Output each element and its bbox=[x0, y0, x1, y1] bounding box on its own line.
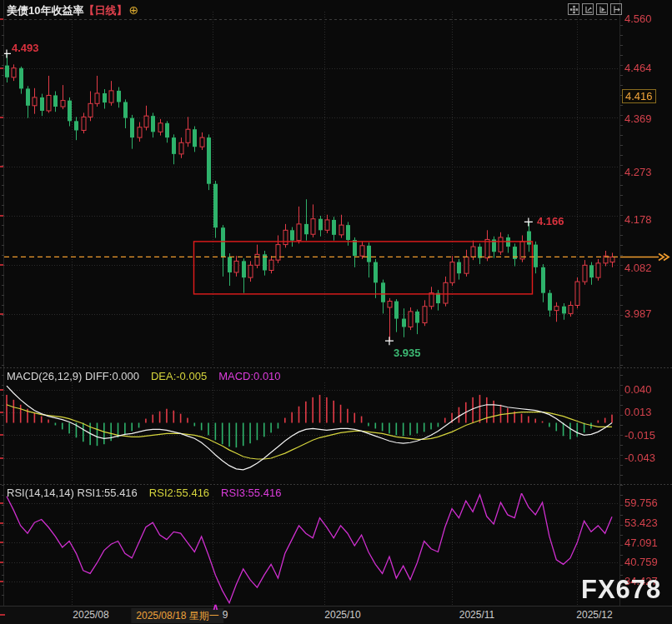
price-axis-label: 4.369 bbox=[624, 113, 652, 125]
date-label: 2025/11 bbox=[459, 607, 495, 624]
pan-tool-button[interactable] bbox=[568, 3, 579, 15]
pan-icon bbox=[569, 5, 579, 14]
price-axis-label: 4.082 bbox=[624, 262, 652, 274]
macd-axis-label: 0.013 bbox=[624, 407, 652, 418]
macd-params-label: MACD(26,12,9) DIFF:0.000 bbox=[7, 370, 139, 382]
date-axis: 2025/08 2025/08/18 星期一 9 2025/10 2025/11… bbox=[0, 606, 672, 624]
rsi1-label: RSI(14,14,14) RSI1:55.416 bbox=[7, 487, 138, 499]
chart-app: 美债10年收益率【日线】⊕ 4.560 4.464 4.416 4.369 4.… bbox=[0, 0, 672, 624]
zoom-y-axis-button[interactable] bbox=[582, 3, 594, 15]
rsi-axis-label: 40.759 bbox=[624, 557, 658, 568]
swing-low-label: 3.935 bbox=[394, 347, 421, 359]
price-axis-label: 4.273 bbox=[624, 167, 652, 178]
step-forward-button[interactable] bbox=[610, 3, 622, 15]
date-label: 2025/10 bbox=[324, 607, 360, 624]
rsi-header: RSI(14,14,14) RSI1:55.416RSI2:55.416RSI3… bbox=[7, 487, 281, 499]
rsi3-label: RSI3:55.416 bbox=[221, 487, 281, 499]
rsi-overflow-marker-icon bbox=[212, 602, 219, 612]
selected-date-tooltip: 2025/08/18 星期一 bbox=[131, 608, 223, 623]
chart-toolbar bbox=[568, 3, 622, 15]
zoom-y-axis-icon bbox=[584, 5, 593, 14]
zoom-x-axis-button[interactable] bbox=[596, 3, 608, 15]
period-label: 【日线】 bbox=[83, 4, 127, 17]
price-axis-label: 4.464 bbox=[624, 62, 652, 74]
date-label: 9 bbox=[223, 607, 228, 624]
macd-dea-label: DEA:-0.005 bbox=[151, 370, 207, 382]
macd-value-label: MACD:0.010 bbox=[218, 370, 280, 382]
date-label: 2025/08 bbox=[73, 607, 108, 624]
chart-canvas[interactable] bbox=[0, 0, 672, 624]
macd-axis-label: -0.015 bbox=[624, 430, 655, 442]
chart-title: 美债10年收益率 bbox=[7, 4, 83, 17]
rsi-axis-label: 59.756 bbox=[624, 497, 658, 509]
swing-high-label: 4.166 bbox=[537, 215, 564, 227]
rsi-axis-label: 47.091 bbox=[624, 537, 658, 549]
chart-header: 美债10年收益率【日线】⊕ bbox=[7, 3, 138, 18]
add-indicator-icon[interactable]: ⊕ bbox=[128, 3, 138, 17]
macd-header: MACD(26,12,9) DIFF:0.000DEA:-0.005MACD:0… bbox=[7, 370, 281, 382]
watermark: FX678 bbox=[581, 575, 661, 605]
macd-axis-label: 0.040 bbox=[624, 384, 652, 396]
macd-axis-label: -0.043 bbox=[624, 452, 655, 464]
session-high-label: 4.493 bbox=[12, 42, 39, 54]
rsi2-label: RSI2:55.416 bbox=[149, 487, 209, 499]
price-axis-label: 4.178 bbox=[624, 214, 652, 226]
date-label: 2025/12 bbox=[576, 607, 612, 624]
price-axis-label: 4.560 bbox=[624, 13, 652, 25]
price-axis-label: 3.987 bbox=[624, 308, 652, 320]
rsi-axis-label: 53.423 bbox=[624, 517, 658, 529]
step-forward-icon bbox=[612, 5, 621, 14]
zoom-x-axis-icon bbox=[598, 5, 607, 14]
alert-price-label[interactable]: 4.416 bbox=[622, 89, 656, 103]
